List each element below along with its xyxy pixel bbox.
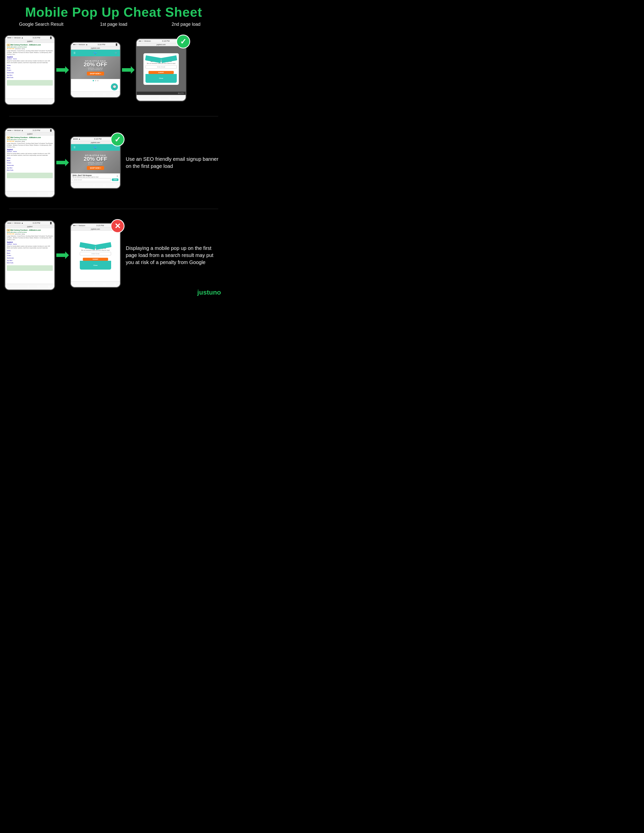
joybird-desc-1: Shop for handcrafted custom mid century …	[7, 60, 53, 64]
row-3: ●●●○○ Verizon ▲ 3:15 PM ▐▌ joybird Ad Mi…	[5, 215, 223, 296]
row2-text: Use an SEO friendly email signup banner …	[126, 156, 219, 169]
battery-1: ▐▌	[50, 37, 52, 39]
rows-container: ●●●○○ Verizon ▲ 3:15 PM ▐▌ joybird Ad Mi…	[0, 29, 227, 300]
joybird-desc-2: Shop for handcrafted custom mid century …	[7, 153, 53, 156]
joybird-phone-wrapper-2: ✓ ●●●● ▲ 3:16 PM ▐▌ joybird.com ☰ 🐦 🛒 SI…	[70, 136, 121, 189]
phone-nav-2: ‹ › ⎙ ⊟ ⧉	[5, 191, 54, 197]
carrier-1: ●●●○○ Verizon ▲	[7, 37, 23, 39]
envelope-wings-1	[145, 55, 177, 60]
envelope-wings-3	[80, 242, 111, 247]
page-title: Mobile Pop Up Cheat Sheet	[0, 0, 227, 22]
row3-text: Displaying a mobile pop up on the first …	[126, 245, 213, 265]
shop-now-btn-2[interactable]: SHOP NOW »	[87, 166, 104, 170]
phone-nav-1: ‹ › ⎙ ⊟ ⧉	[5, 98, 54, 104]
joybird-nav-1: ‹ › ⎙ ⊟ ⧉	[71, 92, 120, 97]
url-bar-2: joybird	[5, 132, 54, 135]
status-bar-2: ●●●○○ Verizon ▲ 3:15 PM ▐▌	[5, 129, 54, 132]
envelope-bottom-1: Close	[145, 74, 177, 83]
status-bar-3: ●●●○○ Verizon ▲ 3:15 PM ▐▌	[5, 221, 54, 225]
popup-close-3[interactable]: Close	[93, 265, 98, 266]
row-2: ●●●○○ Verizon ▲ 3:15 PM ▐▌ joybird Ad Mi…	[5, 122, 223, 203]
joybird-topbar-2: ☰ 🐦 🛒	[71, 144, 120, 151]
check-badge-1: ✓	[176, 35, 190, 48]
close-banner-2[interactable]: ✕	[116, 175, 118, 177]
popup-desc-1: We run exclusive sales you don't want to…	[145, 63, 177, 64]
bottom-banner-title-2: Shhh...Don't Tell Anyone	[72, 174, 98, 176]
popup-phone-1: ●●○○ Verizon 3:18 PM ▐▌ joybird.com Shhh…	[136, 39, 187, 101]
ad-desc-2: Large Selection. Great Prices. Exciting …	[7, 143, 53, 148]
popup-close-1[interactable]: Close	[159, 77, 163, 79]
joybird-title-1: Joybird	[7, 56, 53, 58]
bottom-banner-desc-2: We run exclusive sales you don't want to…	[72, 176, 98, 178]
search-content-2: Ad Mid Century Furniture - AllModern.com…	[5, 135, 54, 191]
url-bar-3: joybird	[5, 225, 54, 228]
email-popup-1: Shhh... Don't Tell Anyone We run exclusi…	[143, 53, 179, 85]
popup-submit-3[interactable]: SUBMIT	[83, 258, 108, 261]
stars-3: ★★★★★ advertiser rating	[7, 233, 53, 235]
joybird-url-1: joybird.com	[71, 47, 120, 50]
ad-desc-1: Large Selection. Great Prices. Exciting …	[7, 50, 53, 55]
joybird-title-2: Joybird	[7, 149, 53, 150]
arrow-2	[121, 66, 136, 74]
ad-title-1: Ad Mid Century Furniture - AllModern.com	[7, 44, 53, 46]
arrow-3	[55, 159, 70, 166]
joybird-title-3: Joybird	[7, 241, 53, 243]
popup-overlay-1: Shhh... Don't Tell Anyone We run exclusi…	[137, 46, 186, 92]
popup-submit-1[interactable]: SUBMIT	[148, 71, 174, 74]
ad-desc-3: Large Selection. Great Prices. Exciting …	[7, 235, 53, 241]
bottom-join-btn-2[interactable]: JOIN	[112, 178, 118, 181]
search-links-3: Sofas Beds Chairs Sectionals Joy Bird El…	[7, 250, 53, 264]
column-headers: Google Search Result 1st page load 2nd p…	[0, 22, 227, 29]
popup-nav-3: ‹ › ⎙ ⊟ ⧉	[71, 281, 120, 287]
bottom-email-row-2: Enter Email JOIN	[72, 178, 118, 181]
sale-banner-2: SIT-IN-STYLE SALE 20% OFF SOFAS, CHAIRS …	[71, 151, 120, 174]
popup-phone-wrapper-1: ✓ ●●○○ Verizon 3:18 PM ▐▌ joybird.com Sh…	[136, 39, 187, 101]
status-bar-1: ●●●○○ Verizon ▲ 3:15 PM ▐▌	[5, 36, 54, 40]
ad-title-2: Ad Mid Century Furniture - AllModern.com	[7, 137, 53, 138]
map-bar-2	[7, 173, 53, 178]
joybird-nav-2: ‹ › ⎙ ⊟ ⧉	[71, 182, 120, 188]
bottom-email-input-2[interactable]: Enter Email	[72, 178, 111, 181]
envelope-bottom-3: Close	[80, 261, 111, 270]
chat-icon-1: 💬	[111, 83, 118, 90]
arrow-icon-2	[122, 66, 135, 74]
svg-marker-1	[122, 66, 135, 74]
svg-marker-2	[56, 159, 69, 166]
divider-2	[9, 209, 218, 209]
popup-input-1[interactable]: Enter Email	[145, 65, 177, 69]
arrow-1	[55, 66, 70, 74]
col-header-3: 2nd page load	[153, 22, 219, 27]
joybird-desc-3: Shop for handcrafted custom mid century …	[7, 245, 53, 249]
text-col-2: Use an SEO friendly email signup banner …	[121, 156, 223, 170]
joybird-phone-1: ●●○○ Verizon ▲ 3:16 PM ▐▌ joybird.com ☰ …	[70, 42, 121, 98]
joybird-sub-2: Joybird - home	[7, 151, 53, 152]
dots-1	[71, 79, 120, 82]
sale-banner-1: SIT-IN-STYLE SALE 20% OFF SOFAS, CHAIRS …	[71, 56, 120, 79]
phone-nav-3: ‹ › ⎙ ⊟ ⧉	[5, 284, 54, 289]
svg-marker-0	[56, 66, 69, 74]
popup-nav-1: ‹ › ⎙ ⊟ ⧉	[137, 95, 186, 101]
search-phone-2: ●●●○○ Verizon ▲ 3:15 PM ▐▌ joybird Ad Mi…	[5, 128, 55, 198]
text-col-3: Displaying a mobile pop up on the first …	[121, 244, 223, 266]
shop-now-btn-1[interactable]: SHOP NOW »	[87, 72, 104, 76]
popup-input-3[interactable]: Enter Email	[80, 252, 111, 256]
search-content-3: Ad Mid Century Furniture - AllModern.com…	[5, 228, 54, 284]
bottom-banner-2: Shhh...Don't Tell Anyone We run exclusiv…	[71, 174, 120, 182]
map-bar-3	[7, 265, 53, 271]
justuno-logo: justuno	[197, 288, 221, 296]
x-badge-3: ✕	[111, 219, 124, 233]
popup-desc-3: We run exclusive sales you don't want to…	[80, 249, 111, 251]
price-bar-1: $1279	[137, 92, 186, 95]
popup-phone-wrapper-3: ✕ ●●○○ Verizon 3:15 PM ▐▌ joybird.com Sh…	[70, 223, 121, 288]
arrow-icon-4	[56, 251, 69, 259]
divider-1	[9, 116, 218, 116]
time-1: 3:15 PM	[32, 37, 40, 39]
joybird-phone-wrapper-1: ●●○○ Verizon ▲ 3:16 PM ▐▌ joybird.com ☰ …	[70, 42, 121, 98]
joybird-sub-1: Joybird - home	[7, 58, 53, 60]
popup-overlay-3: Shhh... Don't Tell Anyone We run exclusi…	[71, 231, 120, 281]
ad-title-3: Ad Mid Century Furniture - AllModern.com	[7, 229, 53, 231]
svg-marker-3	[56, 251, 69, 259]
joybird-sub-3: Joybird - home	[7, 243, 53, 245]
search-links-2: Sofas Beds Chairs Sectionals Joy Bird El…	[7, 157, 53, 172]
search-content-1: Ad Mid Century Furniture - AllModern.com…	[5, 43, 54, 98]
